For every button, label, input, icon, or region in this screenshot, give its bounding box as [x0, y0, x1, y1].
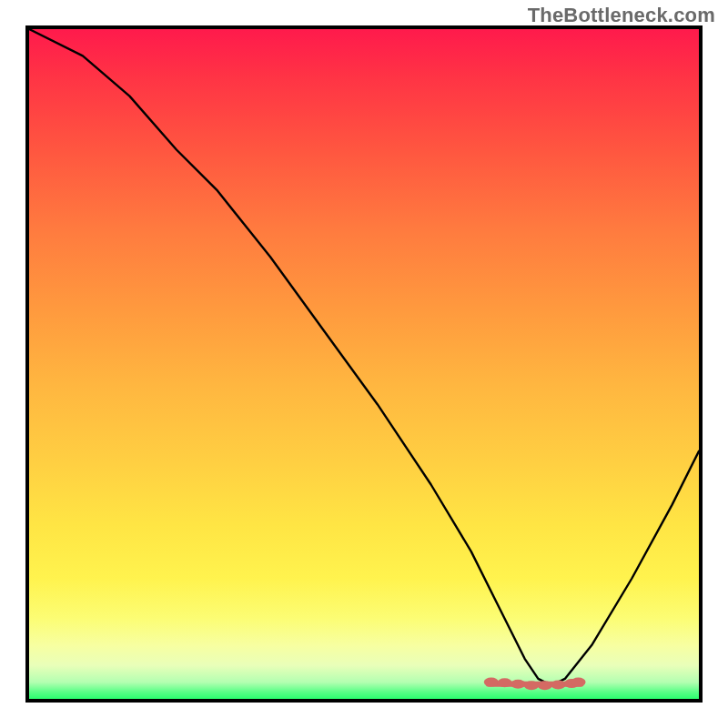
optimal-marker: [498, 678, 512, 687]
chart-frame: [25, 25, 703, 703]
optimal-marker: [538, 681, 552, 690]
attribution-text: TheBottleneck.com: [528, 4, 715, 27]
optimal-marker: [571, 678, 586, 687]
chart-overlay-svg: [29, 29, 699, 699]
optimal-marker: [524, 681, 539, 690]
optimal-marker: [511, 680, 525, 689]
optimal-region-markers: [484, 678, 586, 691]
optimal-marker: [551, 681, 565, 690]
optimal-marker: [484, 678, 499, 687]
bottleneck-curve-line: [29, 29, 699, 685]
